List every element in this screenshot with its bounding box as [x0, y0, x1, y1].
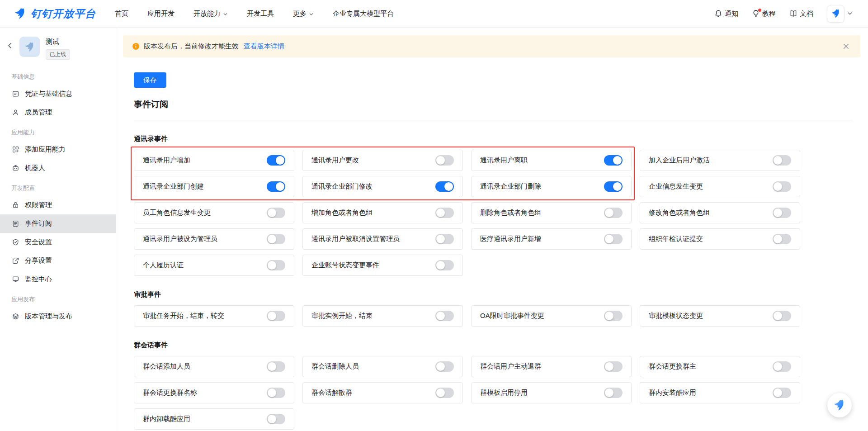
event-toggle[interactable] [604, 388, 623, 398]
nav-item-label: 企业专属大模型平台 [333, 9, 394, 18]
nav-item[interactable]: 企业专属大模型平台 [333, 9, 394, 18]
event-toggle[interactable] [267, 208, 285, 218]
sidebar-group-title: 基础信息 [0, 66, 116, 85]
sidebar-item-event-subscription[interactable]: 事件订阅 [0, 214, 116, 233]
sidebar-item-permissions[interactable]: 权限管理 [0, 196, 116, 214]
sidebar-item-credentials[interactable]: 凭证与基础信息 [0, 85, 116, 103]
back-button[interactable] [6, 42, 14, 49]
nav-item[interactable]: 首页 [115, 9, 128, 18]
chevron-left-icon [6, 42, 14, 49]
event-toggle[interactable] [604, 311, 623, 321]
event-card: 通讯录用户增加 [134, 150, 294, 171]
dingtalk-logo-icon [14, 7, 27, 20]
event-label: 通讯录用户被取消设置管理员 [311, 235, 400, 243]
nav-item[interactable]: 更多 [293, 9, 314, 18]
chevron-down-icon [309, 12, 314, 17]
sidebar-item-robot[interactable]: 机器人 [0, 159, 116, 177]
event-toggle[interactable] [267, 311, 285, 321]
app-header: 测试 已上线 [0, 35, 116, 66]
event-label: 通讯录用户更改 [311, 156, 359, 165]
event-sections: 通讯录事件 通讯录用户增加 通讯录用户更改 通讯录用户离职 加入企业后用户激活 … [134, 135, 853, 430]
tutorial-button[interactable]: 教程 [752, 9, 776, 18]
event-label: 审批任务开始，结束，转交 [143, 312, 224, 320]
nav-item[interactable]: 开发工具 [247, 9, 274, 18]
event-toggle[interactable] [773, 311, 791, 321]
logo[interactable]: 钉钉开放平台 [14, 7, 96, 21]
account-menu[interactable] [827, 5, 853, 23]
event-card: 群会话更换群主 [640, 356, 800, 377]
event-toggle[interactable] [435, 208, 454, 218]
event-toggle[interactable] [435, 181, 454, 192]
sidebar-item-label: 事件订阅 [25, 219, 52, 228]
event-card: 删除角色或者角色组 [471, 202, 632, 223]
nav-item-label: 应用开发 [147, 9, 175, 18]
content: 保存 事件订阅 通讯录事件 通讯录用户增加 通讯录用户更改 通讯录用户离职 加入… [116, 57, 868, 430]
event-toggle[interactable] [604, 361, 623, 372]
event-toggle[interactable] [435, 234, 454, 244]
event-label: 个人履历认证 [143, 261, 184, 270]
event-section: 群会话事件 群会话添加人员 群会话删除人员 群会话用户主动退群 群会话更换群主 … [134, 341, 853, 430]
sidebar-item-share[interactable]: 分享设置 [0, 251, 116, 270]
view-version-link[interactable]: 查看版本详情 [244, 42, 284, 51]
event-toggle[interactable] [773, 234, 791, 244]
event-toggle[interactable] [435, 388, 454, 398]
sidebar-item-version-release[interactable]: 版本管理与发布 [0, 307, 116, 326]
event-toggle[interactable] [435, 361, 454, 372]
event-toggle[interactable] [435, 260, 454, 270]
event-label: OA限时审批事件变更 [480, 312, 544, 320]
nav-item[interactable]: 开放能力 [193, 9, 228, 18]
event-toggle[interactable] [267, 234, 285, 244]
event-toggle[interactable] [435, 155, 454, 166]
notifications-button[interactable]: 通知 [714, 9, 738, 18]
sidebar-nav: 基础信息 凭证与基础信息 成员管理 应用能力 添加应用能力 机器人 开发配置 权… [0, 66, 116, 326]
event-toggle[interactable] [267, 181, 285, 192]
event-toggle[interactable] [773, 155, 791, 166]
event-toggle[interactable] [435, 311, 454, 321]
event-card: 群会话用户主动退群 [471, 356, 632, 377]
event-toggle[interactable] [604, 155, 623, 166]
banner-text: 版本发布后，当前修改才能生效 [144, 42, 239, 51]
event-label: 审批实例开始，结束 [311, 312, 373, 320]
event-toggle[interactable] [267, 260, 285, 270]
event-card: 通讯录用户更改 [302, 150, 463, 171]
event-toggle[interactable] [267, 414, 285, 424]
event-label: 群会话更换群名称 [143, 388, 197, 397]
save-button[interactable]: 保存 [134, 72, 166, 88]
event-toggle[interactable] [267, 155, 285, 166]
event-toggle[interactable] [773, 208, 791, 218]
event-toggle[interactable] [604, 208, 623, 218]
event-toggle[interactable] [773, 388, 791, 398]
assistant-button[interactable] [827, 393, 852, 417]
nav-item-label: 开发工具 [247, 9, 274, 18]
event-toggle[interactable] [267, 361, 285, 372]
event-label: 删除角色或者角色组 [480, 208, 541, 217]
apps-icon [11, 145, 20, 154]
sidebar-item-monitor[interactable]: 监控中心 [0, 270, 116, 289]
event-card: 群模板启用停用 [471, 382, 632, 403]
event-toggle[interactable] [267, 388, 285, 398]
event-toggle[interactable] [604, 234, 623, 244]
sidebar-group-title: 应用能力 [0, 122, 116, 140]
close-icon[interactable] [841, 41, 851, 52]
event-label: 员工角色信息发生变更 [143, 208, 211, 217]
tutorial-label: 教程 [762, 9, 776, 18]
event-card: 群会话解散群 [302, 382, 463, 403]
docs-button[interactable]: 文档 [789, 9, 813, 18]
event-label: 审批模板状态变更 [649, 312, 703, 320]
sidebar-item-add-capability[interactable]: 添加应用能力 [0, 140, 116, 159]
sidebar-group-title: 开发配置 [0, 177, 116, 196]
app-name: 测试 [46, 38, 70, 46]
sidebar-item-members[interactable]: 成员管理 [0, 103, 116, 122]
subscribe-icon [11, 219, 20, 228]
event-card: 群会话删除人员 [302, 356, 463, 377]
sidebar-item-security[interactable]: 安全设置 [0, 233, 116, 251]
nav-item[interactable]: 应用开发 [147, 9, 175, 18]
event-toggle[interactable] [773, 181, 791, 192]
event-toggle[interactable] [773, 361, 791, 372]
event-card: 增加角色或者角色组 [302, 202, 463, 223]
logo-text: 钉钉开放平台 [31, 7, 96, 21]
event-toggle[interactable] [604, 181, 623, 192]
event-label: 群模板启用停用 [480, 388, 528, 397]
page-title: 事件订阅 [134, 99, 853, 120]
event-card: OA限时审批事件变更 [471, 305, 632, 327]
